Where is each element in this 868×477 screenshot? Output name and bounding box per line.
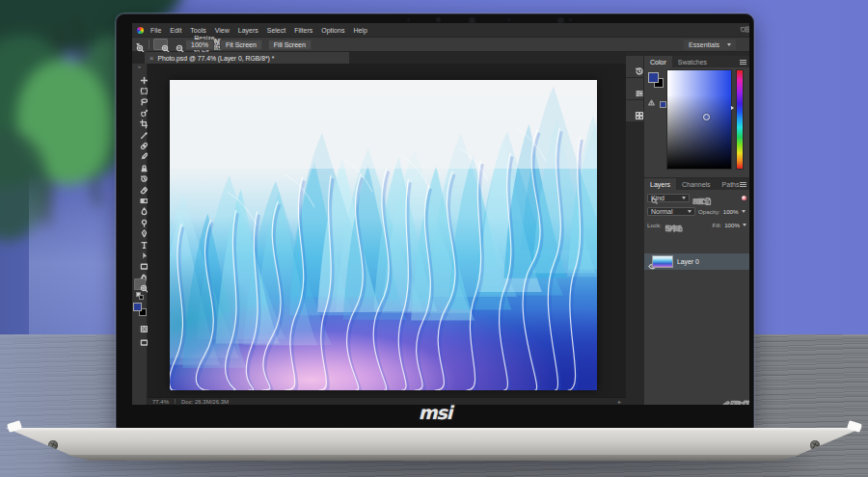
crop-tool[interactable]: [134, 115, 146, 125]
menu-layers[interactable]: Layers: [238, 27, 258, 34]
zoom-tool[interactable]: [134, 278, 146, 289]
status-doc-info[interactable]: Doc: 26.3M/26.3M: [181, 399, 229, 405]
lock-label: Lock:: [647, 222, 662, 228]
close-tab-icon[interactable]: ×: [149, 54, 153, 63]
type-tool[interactable]: [134, 235, 146, 246]
menu-select[interactable]: Select: [267, 27, 285, 34]
quick-selection-tool[interactable]: [134, 103, 146, 114]
blend-mode-select[interactable]: Normal: [647, 207, 695, 216]
gradient-tool[interactable]: [134, 191, 146, 201]
zoom-out-button[interactable]: [168, 39, 182, 50]
fill-value[interactable]: 100%: [724, 222, 740, 228]
sensor-dot: [407, 18, 410, 21]
move-tool[interactable]: [134, 70, 146, 81]
document-tab-title: Photo.psd @ 77.4% (Layer 0, RGB/8*) *: [157, 55, 274, 62]
layers-tab-channels[interactable]: Channels: [676, 178, 717, 190]
collapse-toolbar-icon[interactable]: »: [138, 65, 141, 69]
layer-name[interactable]: Layer 0: [677, 258, 699, 265]
sensor-dot: [569, 18, 572, 21]
filter-toggle-icon[interactable]: [742, 196, 746, 200]
opacity-value[interactable]: 100%: [723, 208, 739, 215]
libraries-panel-button[interactable]: [626, 100, 643, 121]
color-panel-tabs: ColorSwatches: [644, 56, 749, 67]
fit-screen-button[interactable]: Fit Screen: [220, 40, 262, 50]
chevron-down-icon: [688, 210, 692, 213]
dodge-tool[interactable]: [134, 213, 146, 224]
lock-row: Lock: Fill: 100%: [644, 219, 749, 230]
laptop-base-edge: [68, 455, 800, 461]
tool-preset-picker[interactable]: [136, 43, 140, 46]
gamut-warning: [648, 98, 665, 110]
menu-help[interactable]: Help: [353, 27, 366, 34]
divider: [149, 40, 149, 49]
hue-slider[interactable]: [736, 69, 744, 170]
default-colors-icon[interactable]: [136, 292, 144, 300]
chevron-down-icon[interactable]: [742, 210, 746, 213]
menu-options[interactable]: Options: [321, 27, 344, 34]
color-picker-ring[interactable]: [703, 114, 710, 120]
clone-stamp-tool[interactable]: [134, 158, 146, 169]
color-panel: ColorSwatches: [644, 56, 749, 177]
panel-dock: ColorSwatches: [626, 52, 749, 405]
gamut-color-swatch[interactable]: [660, 101, 666, 108]
menu-view[interactable]: View: [215, 27, 230, 34]
healing-brush-tool[interactable]: [134, 136, 146, 146]
saturation-brightness-field[interactable]: [666, 69, 732, 170]
menu-edit[interactable]: Edit: [170, 27, 181, 34]
layers-panel: LayersChannelsPaths Kind Normal: [644, 178, 749, 405]
panel-menu-icon[interactable]: [740, 182, 746, 187]
lasso-tool[interactable]: [134, 93, 146, 103]
zoom-100-button[interactable]: 100%: [185, 40, 214, 50]
fill-screen-button[interactable]: Fill Screen: [268, 40, 312, 50]
blur-tool[interactable]: [134, 202, 146, 213]
filter-kind-select[interactable]: Kind: [647, 194, 690, 202]
chevron-down-icon[interactable]: [743, 224, 746, 226]
screen-mode-button[interactable]: [134, 332, 146, 343]
opacity-label: Opacity:: [698, 208, 720, 215]
blend-mode-row: Normal Opacity: 100%: [644, 205, 749, 217]
history-panel-button[interactable]: [626, 56, 643, 77]
foreground-color-swatch[interactable]: [133, 303, 142, 311]
foreground-color-swatch[interactable]: [648, 72, 659, 83]
hue-slider-marker[interactable]: [731, 106, 734, 110]
eraser-tool[interactable]: [134, 180, 146, 191]
document-tab[interactable]: × Photo.psd @ 77.4% (Layer 0, RGB/8*) *: [145, 52, 349, 64]
sensor-dot: [507, 18, 510, 21]
panel-menu-icon[interactable]: [740, 60, 746, 65]
layers-tab-layers[interactable]: Layers: [644, 178, 676, 190]
status-bar: 77.4% Doc: 26.3M/26.3M ▸: [148, 397, 626, 405]
canvas[interactable]: [170, 80, 597, 390]
pen-tool[interactable]: [134, 224, 146, 234]
hand-tool[interactable]: [134, 268, 146, 278]
workspace-selector[interactable]: Essentials: [684, 40, 736, 50]
color-swatch-pair[interactable]: [648, 72, 664, 88]
app-logo-icon[interactable]: [137, 27, 144, 34]
layers-panel-actions: fx: [644, 394, 749, 405]
color-tab-color[interactable]: Color: [644, 56, 672, 67]
path-selection-tool[interactable]: [134, 246, 146, 256]
menu-filters[interactable]: Filters: [294, 27, 312, 34]
photo-artwork: [170, 80, 597, 390]
tools-panel: »: [132, 64, 148, 405]
menu-file[interactable]: File: [150, 27, 161, 34]
zoom-in-button[interactable]: [153, 39, 168, 50]
history-brush-tool[interactable]: [134, 170, 146, 180]
scene: FileEditToolsViewLayersSelectFiltersOpti…: [0, 0, 868, 477]
status-chevron[interactable]: ▸: [618, 398, 621, 405]
layers-panel-tabs: LayersChannelsPaths: [644, 178, 749, 190]
rectangle-tool[interactable]: [134, 257, 146, 268]
color-tab-swatches[interactable]: Swatches: [672, 56, 713, 67]
status-zoom-level[interactable]: 77.4%: [152, 399, 169, 405]
layer-row[interactable]: Layer 0: [644, 253, 749, 270]
laptop-base: [6, 428, 862, 457]
properties-panel-button[interactable]: [626, 78, 643, 99]
layer-thumbnail[interactable]: [652, 255, 673, 268]
document-area: 77.4% Doc: 26.3M/26.3M ▸: [148, 64, 626, 405]
rectangular-marquee-tool[interactable]: [134, 81, 146, 92]
eyedropper-tool[interactable]: [134, 125, 146, 136]
default-bg: [139, 295, 144, 300]
menu-tools[interactable]: Tools: [190, 27, 205, 34]
quick-mask-button[interactable]: [134, 319, 146, 330]
brush-tool[interactable]: [134, 147, 146, 158]
color-swatch-pair[interactable]: [133, 303, 147, 316]
